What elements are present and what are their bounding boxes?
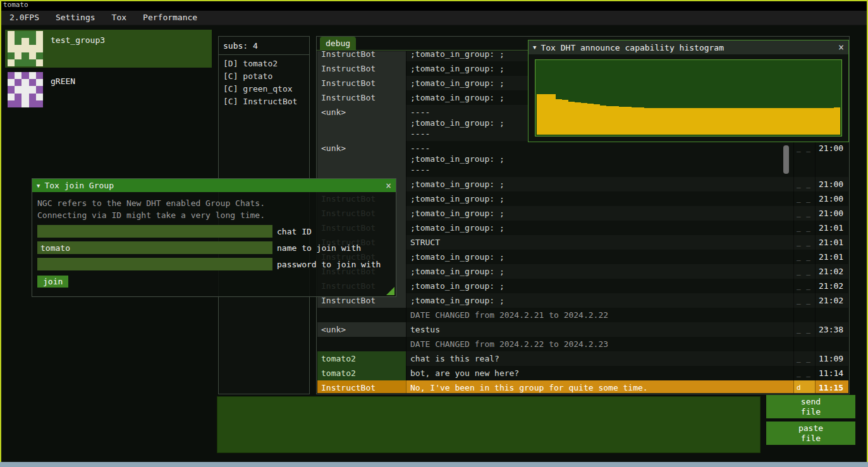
- send-file-button[interactable]: send file: [766, 395, 855, 418]
- timestamp: 21:00: [815, 191, 848, 206]
- paste-file-button[interactable]: paste file: [766, 422, 855, 445]
- message-text[interactable]: No, I've been in this group for quite so…: [406, 380, 793, 393]
- message-text[interactable]: ;tomato_in_group: ;: [406, 264, 793, 279]
- message-row: InstructBot;tomato_in_group: ;_ _21:00: [317, 191, 848, 206]
- timestamp: 21:01: [815, 221, 848, 235]
- close-icon[interactable]: ×: [386, 181, 391, 190]
- contact-name: gREEN: [51, 76, 75, 86]
- date-changed-text: DATE CHANGED from 2024.2.22 to 2024.2.23: [406, 337, 793, 351]
- resize-grip[interactable]: [386, 287, 394, 295]
- message-text[interactable]: bot, are you new here?: [406, 366, 793, 380]
- message-text[interactable]: ;tomato_in_group: ;: [406, 279, 793, 293]
- collapse-arrow-icon[interactable]: ▼: [533, 44, 536, 51]
- message-row: InstructBot;tomato_in_group: ;_ _21:01: [317, 250, 848, 264]
- receipt-marks: _ _: [793, 351, 815, 366]
- message-text[interactable]: ;tomato_in_group: ;: [406, 177, 793, 191]
- join-window-title: Tox join Group: [44, 181, 114, 190]
- date-changed-text: DATE CHANGED from 2024.2.21 to 2024.2.22: [406, 308, 793, 322]
- receipt-marks: _ _: [793, 177, 815, 191]
- message-row: tomato2chat is this real?_ _11:09: [317, 351, 848, 366]
- histogram-title: Tox DHT announce capability histogram: [541, 43, 724, 52]
- sender-name: InstructBot: [317, 76, 406, 90]
- timestamp: 21:00: [815, 177, 848, 191]
- histogram-bars: [537, 61, 840, 135]
- timestamp: 21:02: [815, 279, 848, 293]
- contact-item-test-group3[interactable]: test_group3: [5, 30, 212, 68]
- message-input[interactable]: [217, 396, 761, 453]
- timestamp: 21:01: [815, 250, 848, 264]
- sender-name: <unk>: [317, 322, 406, 337]
- timestamp: 23:38: [815, 322, 848, 337]
- contact-avatar: [8, 72, 43, 107]
- histogram-titlebar[interactable]: ▼ Tox DHT announce capability histogram …: [529, 40, 848, 54]
- dht-histogram-plot: [535, 59, 842, 136]
- message-row: InstructBot;tomato_in_group: ;_ _21:02: [317, 264, 848, 279]
- receipt-marks: _ _: [793, 206, 815, 221]
- member-green-qtox[interactable]: [C] green_qtox: [219, 83, 309, 95]
- message-row: InstructBot;tomato_in_group: ;_ _21:00: [317, 206, 848, 221]
- fps-counter: 2.0FPS: [1, 11, 47, 25]
- message-text[interactable]: chat is this real?: [406, 351, 793, 366]
- join-name-input[interactable]: [37, 241, 272, 254]
- chat-id-input[interactable]: [37, 225, 272, 238]
- menu-tox[interactable]: Tox: [104, 11, 135, 25]
- message-text[interactable]: ;tomato_in_group: ;: [406, 293, 793, 308]
- member-instructbot[interactable]: [C] InstructBot: [219, 95, 309, 108]
- receipt-marks: _ _: [793, 191, 815, 206]
- timestamp: 21:00: [815, 206, 848, 221]
- join-password-input[interactable]: [37, 258, 272, 270]
- sender-name: InstructBot: [317, 61, 406, 76]
- receipt-marks: _ _: [793, 221, 815, 235]
- join-info-line: Connecting via ID might take a very long…: [37, 209, 391, 221]
- tab-debug[interactable]: debug: [320, 37, 356, 50]
- message-text[interactable]: ----;tomato_in_group: ;----: [406, 141, 793, 177]
- menu-performance[interactable]: Performance: [135, 11, 205, 25]
- collapse-arrow-icon[interactable]: ▼: [37, 183, 40, 189]
- receipt-marks: _ _: [793, 279, 815, 293]
- message-text[interactable]: ;tomato_in_group: ;: [406, 250, 793, 264]
- message-text[interactable]: ;tomato_in_group: ;: [406, 206, 793, 221]
- menubar: 2.0FPS Settings Tox Performance: [0, 11, 868, 25]
- join-button[interactable]: join: [37, 276, 68, 288]
- timestamp: 21:02: [815, 264, 848, 279]
- message-row: InstructBot;tomato_in_group: ;_ _21:02: [317, 279, 848, 293]
- separator: [219, 54, 309, 55]
- receipt-marks: [793, 308, 815, 322]
- join-window-titlebar[interactable]: ▼ Tox join Group ×: [32, 179, 396, 192]
- timestamp: 11:15: [815, 380, 848, 393]
- timestamp: 21:00: [815, 141, 848, 177]
- receipt-marks: _ _: [793, 250, 815, 264]
- close-icon[interactable]: ×: [838, 43, 844, 52]
- timestamp: 21:02: [815, 293, 848, 308]
- sender-name: <unk>: [317, 105, 406, 141]
- message-row: InstructBot;tomato_in_group: ;_ _21:01: [317, 221, 848, 235]
- message-row: <unk>----;tomato_in_group: ;----_ _21:00: [317, 141, 848, 177]
- os-window-title: tomato: [3, 1, 28, 9]
- message-text[interactable]: STRUCT: [406, 235, 793, 250]
- message-row: InstructBotNo, I've been in this group f…: [317, 380, 848, 393]
- receipt-marks: _ _: [793, 366, 815, 380]
- contact-item-green[interactable]: gREEN: [5, 71, 212, 109]
- taskbar-strip: [0, 462, 868, 467]
- message-row: InstructBot;tomato_in_group: ;_ _21:00: [317, 177, 848, 191]
- message-text[interactable]: ;tomato_in_group: ;: [406, 191, 793, 206]
- message-row: InstructBotSTRUCT_ _21:01: [317, 235, 848, 250]
- sender-name: <unk>: [317, 141, 406, 177]
- date-changed-row: DATE CHANGED from 2024.2.21 to 2024.2.22: [317, 308, 848, 322]
- message-text[interactable]: ;tomato_in_group: ;: [406, 221, 793, 235]
- receipt-marks: _ _: [793, 235, 815, 250]
- sender-name: [317, 308, 406, 322]
- message-row: <unk>testus_ _23:38: [317, 322, 848, 337]
- member-tomato2[interactable]: [D] tomato2: [219, 58, 309, 70]
- menu-settings[interactable]: Settings: [47, 11, 104, 25]
- member-potato[interactable]: [C] potato: [219, 70, 309, 83]
- join-password-label: password to join with: [277, 260, 381, 269]
- message-text[interactable]: testus: [406, 322, 793, 337]
- chat-id-label: chat ID: [277, 227, 312, 236]
- timestamp: [815, 337, 848, 351]
- sender-name: tomato2: [317, 366, 406, 380]
- receipt-marks: _ _: [793, 322, 815, 337]
- group-avatar: [8, 31, 43, 66]
- receipt-marks: _ _: [793, 293, 815, 308]
- os-titlebar[interactable]: tomato: [0, 0, 868, 11]
